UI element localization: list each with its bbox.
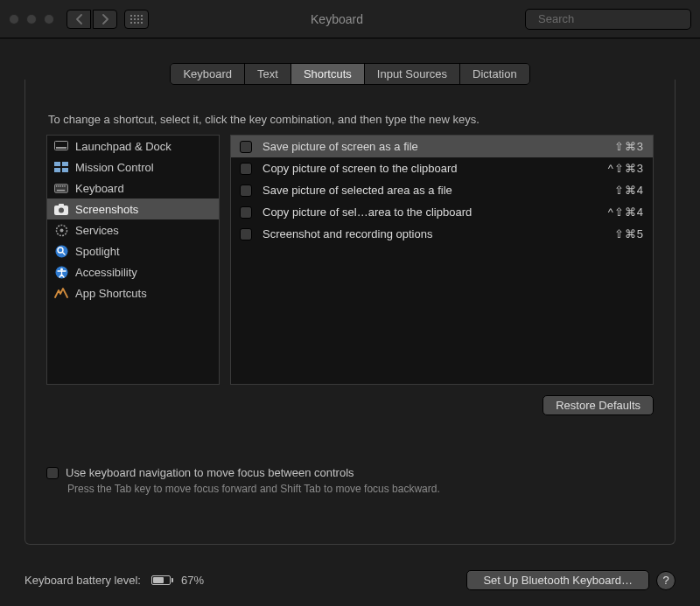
instruction-text: To change a shortcut, select it, click t…	[48, 113, 654, 126]
grid-icon	[130, 15, 143, 24]
bottom-bar: Keyboard battery level: 67% Set Up Bluet…	[24, 570, 676, 590]
zoom-window-button[interactable]	[44, 14, 54, 24]
launchpad-icon	[54, 139, 68, 153]
shortcut-label: Copy picture of screen to the clipboard	[262, 162, 598, 175]
category-spotlight[interactable]: Spotlight	[47, 240, 219, 261]
keyboard-nav-section: Use keyboard navigation to move focus be…	[46, 466, 654, 495]
svg-rect-23	[60, 185, 61, 186]
shortcut-checkbox[interactable]	[240, 185, 252, 197]
shortcut-row[interactable]: Copy picture of screen to the clipboard …	[231, 157, 653, 179]
back-button[interactable]	[66, 10, 91, 29]
shortcut-list[interactable]: Save picture of screen as a file ⇧⌘3 Cop…	[230, 135, 654, 385]
minimize-window-button[interactable]	[26, 14, 37, 24]
setup-bluetooth-keyboard-button[interactable]: Set Up Bluetooth Keyboard…	[466, 570, 649, 590]
shortcut-keys[interactable]: ^⇧⌘4	[608, 205, 644, 219]
svg-rect-9	[134, 22, 136, 24]
svg-rect-15	[56, 147, 66, 149]
keyboard-nav-checkbox[interactable]	[46, 467, 59, 479]
svg-rect-0	[130, 15, 132, 17]
category-mission-control[interactable]: Mission Control	[47, 157, 219, 178]
category-label: Spotlight	[75, 245, 120, 258]
svg-rect-17	[62, 162, 68, 166]
accessibility-icon	[54, 265, 68, 279]
shortcut-row[interactable]: Screenshot and recording options ⇧⌘5	[231, 223, 653, 245]
shortcut-row[interactable]: Save picture of screen as a file ⇧⌘3	[231, 136, 653, 157]
category-label: Accessibility	[75, 266, 137, 279]
svg-rect-20	[54, 184, 67, 192]
two-pane-container: Launchpad & Dock Mission Control Keyboar…	[46, 135, 654, 385]
svg-rect-28	[59, 204, 64, 206]
keyboard-nav-label: Use keyboard navigation to move focus be…	[66, 466, 354, 479]
category-list[interactable]: Launchpad & Dock Mission Control Keyboar…	[46, 135, 220, 385]
mission-control-icon	[54, 160, 68, 174]
battery-label: Keyboard battery level:	[24, 574, 141, 587]
gear-icon	[54, 223, 68, 237]
show-all-prefs-button[interactable]	[124, 10, 149, 29]
shortcut-checkbox[interactable]	[240, 141, 252, 153]
svg-rect-18	[54, 168, 60, 172]
shortcut-checkbox[interactable]	[240, 228, 252, 240]
category-keyboard[interactable]: Keyboard	[47, 178, 219, 199]
svg-point-32	[55, 245, 67, 257]
search-field[interactable]	[525, 9, 691, 30]
shortcut-label: Save picture of selected area as a file	[262, 184, 604, 197]
svg-rect-2	[137, 15, 139, 17]
shortcut-label: Save picture of screen as a file	[262, 140, 604, 153]
category-label: Mission Control	[75, 161, 154, 174]
svg-rect-16	[54, 162, 60, 166]
svg-rect-5	[134, 18, 136, 20]
shortcut-keys[interactable]: ⇧⌘4	[614, 184, 644, 197]
shortcut-label: Copy picture of sel…area to the clipboar…	[262, 205, 598, 219]
svg-rect-1	[134, 15, 136, 17]
svg-rect-10	[137, 22, 139, 24]
svg-point-31	[60, 228, 63, 232]
toolbar: Keyboard	[0, 0, 700, 38]
nav-buttons	[66, 10, 117, 29]
window-title: Keyboard	[149, 12, 525, 26]
svg-rect-8	[130, 22, 132, 24]
category-label: App Shortcuts	[75, 287, 147, 300]
svg-rect-24	[62, 185, 63, 186]
shortcuts-panel: To change a shortcut, select it, click t…	[24, 80, 676, 545]
svg-rect-11	[141, 22, 143, 24]
help-button[interactable]: ?	[656, 571, 676, 590]
chevron-right-icon	[102, 14, 109, 24]
category-screenshots[interactable]: Screenshots	[47, 199, 219, 219]
category-label: Screenshots	[75, 203, 138, 216]
search-input[interactable]	[538, 12, 685, 25]
svg-rect-19	[62, 168, 68, 172]
shortcut-keys[interactable]: ⇧⌘5	[614, 227, 644, 240]
category-label: Launchpad & Dock	[75, 140, 172, 153]
shortcut-label: Screenshot and recording options	[262, 227, 604, 240]
svg-rect-7	[141, 18, 143, 20]
category-label: Keyboard	[75, 182, 124, 195]
forward-button[interactable]	[93, 10, 117, 29]
category-accessibility[interactable]: Accessibility	[47, 261, 219, 282]
svg-rect-26	[57, 189, 65, 190]
svg-rect-6	[137, 18, 139, 20]
shortcut-checkbox[interactable]	[240, 206, 252, 219]
svg-rect-3	[141, 15, 143, 17]
shortcut-keys[interactable]: ^⇧⌘3	[608, 162, 644, 175]
category-app-shortcuts[interactable]: App Shortcuts	[47, 282, 219, 303]
keyboard-icon	[54, 181, 68, 195]
chevron-left-icon	[75, 14, 83, 24]
app-shortcuts-icon	[54, 286, 68, 300]
svg-rect-22	[58, 185, 59, 186]
shortcut-row[interactable]: Copy picture of sel…area to the clipboar…	[231, 201, 653, 223]
shortcut-checkbox[interactable]	[240, 163, 252, 175]
battery-icon	[151, 575, 171, 585]
shortcut-row[interactable]: Save picture of selected area as a file …	[231, 179, 653, 201]
window-controls	[9, 14, 54, 24]
restore-row: Restore Defaults	[46, 395, 654, 415]
restore-defaults-button[interactable]: Restore Defaults	[542, 395, 654, 415]
category-services[interactable]: Services	[47, 219, 219, 240]
spotlight-icon	[54, 244, 68, 258]
close-window-button[interactable]	[9, 14, 19, 24]
svg-rect-21	[56, 185, 57, 186]
svg-rect-4	[130, 18, 132, 20]
shortcut-keys[interactable]: ⇧⌘3	[614, 140, 644, 153]
svg-rect-25	[64, 185, 65, 186]
category-launchpad-dock[interactable]: Launchpad & Dock	[47, 136, 219, 157]
battery-percent: 67%	[181, 574, 204, 587]
